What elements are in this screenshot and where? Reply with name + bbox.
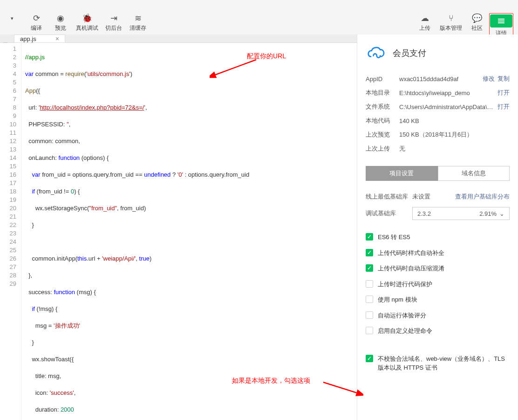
project-info: AppID wxac0115dddad4d9af 修改 复制 本地目录 E:\h… [357,68,518,161]
chat-icon: 💬 [472,13,482,23]
code-content[interactable]: //app.js var common = require('utils/com… [21,43,249,420]
version-label: 版本管理 [440,24,462,32]
bug-icon: 🐞 [82,13,92,23]
check-es6[interactable]: ES6 转 ES5 [366,229,510,245]
toolbar-left-group: ▾ ⟳ 编译 ◉ 预览 🐞 真机调试 ⇥ 切后台 ≋ 清缓存 [0,13,150,32]
mode-dropdown[interactable]: ▾ [0,13,24,31]
cloud-upload-icon: ☁ [421,13,429,23]
checkbox-icon[interactable] [366,327,373,334]
info-localcode: 本地代码 140 KB [366,114,510,128]
code-editor[interactable]: 1234567891011121314151617181920212223242… [0,43,357,420]
upload-button[interactable]: ☁ 上传 [413,13,437,32]
upload-label: 上传 [419,24,430,32]
editor-column: ⊟ app.js × 12345678910111213141516171819… [0,34,357,420]
info-lastupload: 上次上传 无 [366,142,510,156]
file-tab-label: app.js [20,35,36,42]
side-tabs: 项目设置 域名信息 [366,166,510,181]
open-link[interactable]: 打开 [498,89,510,97]
project-header: 会员支付 [357,34,518,68]
copy-link[interactable]: 复制 [498,75,510,83]
chevron-down-icon: ⌄ [499,210,504,217]
compile-label: 编译 [31,24,42,32]
remote-debug-button[interactable]: 🐞 真机调试 [73,13,102,32]
preview-label: 预览 [55,24,66,32]
main-area: ⊟ app.js × 12345678910111213141516171819… [0,34,518,420]
close-icon[interactable]: × [55,35,59,42]
debug-lib-row: 调试基础库 2.3.2 2.91%⌄ [357,205,518,222]
compile-button[interactable]: ⟳ 编译 [24,13,48,32]
checkbox-icon[interactable] [366,233,373,241]
details-panel: 会员支付 AppID wxac0115dddad4d9af 修改 复制 本地目录… [357,34,518,420]
background-icon: ⇥ [110,13,117,23]
file-tab-strip: app.js × [0,34,357,43]
file-tab-appjs[interactable]: app.js × [14,34,65,42]
tab-domain-info[interactable]: 域名信息 [438,166,510,181]
tab-project-settings[interactable]: 项目设置 [366,166,438,181]
eye-icon: ◉ [57,13,64,23]
checkbox-icon[interactable] [366,355,373,362]
open-link[interactable]: 打开 [498,103,510,111]
project-title: 会员支付 [393,48,426,59]
checkbox-icon[interactable] [366,296,373,303]
top-toolbar: ▾ ⟳ 编译 ◉ 预览 🐞 真机调试 ⇥ 切后台 ≋ 清缓存 ☁ 上传 ⑂ [0,0,518,34]
clear-cache-label: 清缓存 [130,24,146,32]
min-lib-row: 线上最低基础库 未设置 查看用户基础库分布 [357,188,518,205]
layers-icon: ≋ [135,13,142,23]
settings-checkboxes: ES6 转 ES5 上传代码时样式自动补全 上传代码时自动压缩混淆 上传时进行代… [357,222,518,383]
modify-link[interactable]: 修改 [483,75,495,83]
debug-lib-select[interactable]: 2.3.2 2.91%⌄ [412,207,510,220]
checkbox-icon[interactable] [366,264,373,272]
check-npm[interactable]: 使用 npm 模块 [366,292,510,308]
refresh-icon: ⟳ [33,13,40,23]
check-custom-command[interactable]: 启用自定义处理命令 [366,323,510,339]
background-label: 切后台 [105,24,122,32]
check-code-protect[interactable]: 上传时进行代码保护 [366,276,510,292]
checkbox-icon[interactable] [366,249,373,256]
version-button[interactable]: ⑂ 版本管理 [437,13,465,32]
check-autocomplete-style[interactable]: 上传代码时样式自动补全 [366,245,510,261]
remote-debug-label: 真机调试 [76,24,98,32]
info-filesys: 文件系统 C:\Users\Administrator\AppData\Loca… [366,100,510,114]
check-skip-domain-verify[interactable]: 不校验合法域名、web-view（业务域名）、TLS 版本以及 HTTPS 证书 [366,351,510,376]
info-localdir: 本地目录 E:\htdocs\yi\weiapp_demo 打开 [366,86,510,100]
community-button[interactable]: 💬 社区 [465,13,489,32]
branch-icon: ⑂ [449,13,454,23]
checkbox-icon[interactable] [366,280,373,288]
background-button[interactable]: ⇥ 切后台 [102,13,126,32]
info-lastpreview: 上次预览 150 KB（2018年11月6日） [366,128,510,142]
line-numbers: 1234567891011121314151617181920212223242… [0,43,21,420]
check-auto-audit[interactable]: 自动运行体验评分 [366,308,510,324]
view-distribution-link[interactable]: 查看用户基础库分布 [455,193,510,201]
check-auto-minify[interactable]: 上传代码时自动压缩混淆 [366,261,510,276]
preview-button[interactable]: ◉ 预览 [48,13,73,32]
community-label: 社区 [471,24,483,32]
info-appid: AppID wxac0115dddad4d9af 修改 复制 [366,72,510,86]
project-logo-icon [366,43,386,63]
clear-cache-button[interactable]: ≋ 清缓存 [126,13,150,32]
checkbox-icon[interactable] [366,311,373,319]
